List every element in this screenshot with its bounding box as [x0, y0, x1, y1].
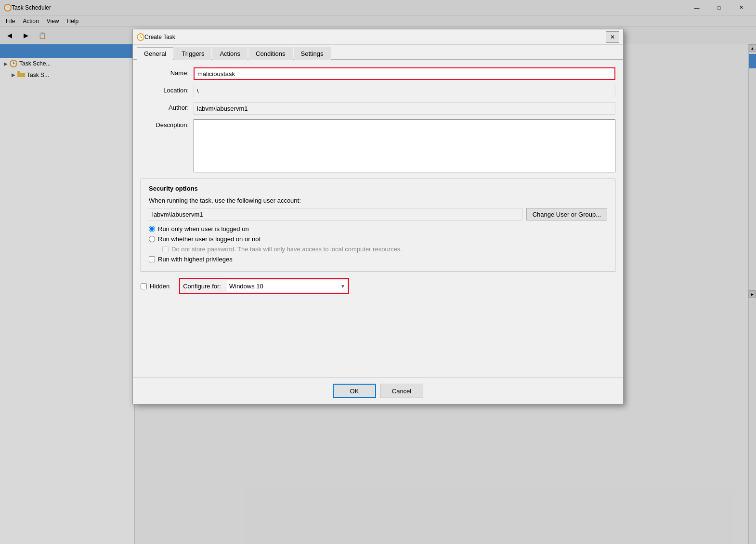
radio-logged-on-row: Run only when user is logged on: [149, 225, 607, 233]
radio-not-logged-on[interactable]: [149, 236, 155, 242]
author-field-wrapper: labvm\labuservm1: [194, 102, 615, 115]
location-label: Location:: [141, 85, 194, 94]
dialog-icon: [137, 33, 144, 41]
tab-settings[interactable]: Settings: [294, 47, 331, 60]
description-row: Description:: [141, 119, 615, 174]
user-account-label: When running the task, use the following…: [149, 197, 607, 204]
name-row: Name:: [141, 67, 615, 80]
security-options-section: Security options When running the task, …: [141, 179, 615, 272]
dialog-footer: OK Cancel: [133, 377, 623, 404]
author-label: Author:: [141, 102, 194, 111]
hidden-checkbox[interactable]: [141, 283, 147, 289]
description-field-wrapper: [194, 119, 615, 174]
dialog-title-bar: Create Task ✕: [133, 29, 623, 45]
no-store-password-checkbox: [162, 246, 169, 252]
radio-logged-on-label: Run only when user is logged on: [158, 225, 249, 233]
run-highest-label: Run with highest privileges: [158, 256, 233, 263]
author-row: Author: labvm\labuservm1: [141, 102, 615, 115]
cancel-button[interactable]: Cancel: [380, 384, 423, 398]
tabs-container: General Triggers Actions Conditions Sett…: [133, 45, 623, 60]
ok-button[interactable]: OK: [333, 384, 376, 398]
radio-not-logged-on-label: Run whether user is logged on or not: [158, 235, 261, 243]
name-label: Name:: [141, 67, 194, 77]
radio-logged-on[interactable]: [149, 226, 155, 232]
change-user-button[interactable]: Change User or Group...: [526, 208, 607, 220]
tab-general[interactable]: General: [137, 47, 173, 60]
configure-for-select[interactable]: Windows 10 Windows 7, Windows Server 200…: [226, 280, 347, 292]
create-task-dialog: Create Task ✕ General Triggers Actions C…: [132, 29, 624, 404]
radio-not-logged-on-row: Run whether user is logged on or not: [149, 235, 607, 243]
description-input[interactable]: [194, 119, 615, 172]
dialog-body: Name: Location: \ Author: labvm\: [133, 60, 623, 377]
run-highest-row: Run with highest privileges: [149, 256, 607, 263]
configure-select-wrapper: Windows 10 Windows 7, Windows Server 200…: [226, 280, 347, 292]
name-field-wrapper: [194, 67, 615, 80]
main-window: Task Scheduler — □ ✕ File Action View He…: [0, 0, 756, 544]
author-value: labvm\labuservm1: [194, 102, 615, 115]
location-value: \: [194, 85, 615, 97]
location-field-wrapper: \: [194, 85, 615, 97]
configure-for-box: Configure for: Windows 10 Windows 7, Win…: [179, 278, 349, 294]
location-row: Location: \: [141, 85, 615, 97]
tab-conditions[interactable]: Conditions: [248, 47, 292, 60]
name-input[interactable]: [194, 67, 615, 80]
no-store-password-row: Do not store password. The task will onl…: [162, 246, 607, 253]
user-account-value: labvm\labuservm1: [149, 208, 522, 220]
bottom-row: Hidden Configure for: Windows 10 Windows…: [141, 278, 615, 294]
run-highest-checkbox[interactable]: [149, 256, 155, 262]
modal-overlay: Create Task ✕ General Triggers Actions C…: [0, 0, 756, 544]
hidden-label: Hidden: [150, 283, 169, 290]
user-account-row: labvm\labuservm1 Change User or Group...: [149, 208, 607, 220]
dialog-title: Create Task: [144, 34, 606, 40]
tab-triggers[interactable]: Triggers: [174, 47, 211, 60]
description-label: Description:: [141, 119, 194, 129]
hidden-row: Hidden: [141, 283, 169, 290]
configure-for-label: Configure for:: [181, 283, 223, 290]
no-store-password-label: Do not store password. The task will onl…: [171, 246, 402, 253]
security-section-title: Security options: [149, 185, 607, 192]
dialog-close-button[interactable]: ✕: [606, 31, 619, 43]
tab-actions[interactable]: Actions: [212, 47, 248, 60]
